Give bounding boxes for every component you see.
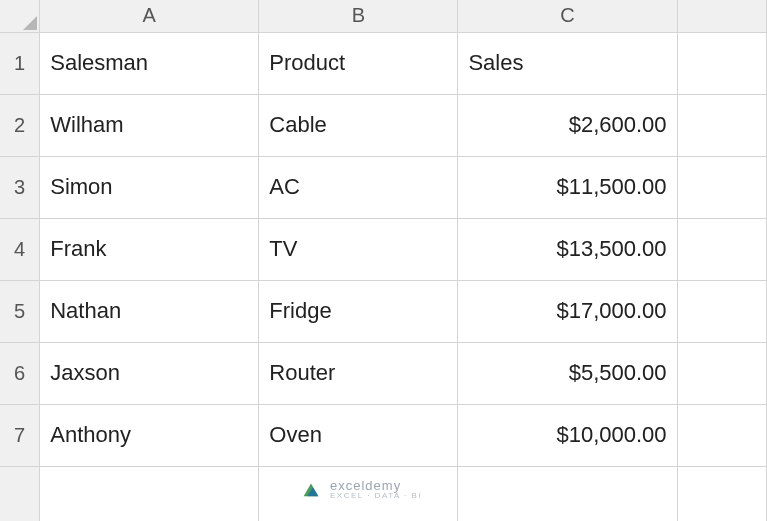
select-all-corner[interactable] [0,0,40,32]
col-header-d[interactable] [677,0,766,32]
row-header-4[interactable]: 4 [0,218,40,280]
table-row [0,466,767,521]
cell-a6[interactable]: Jaxson [40,342,259,404]
cell-a7[interactable]: Anthony [40,404,259,466]
cell-b5[interactable]: Fridge [259,280,458,342]
cell-d1[interactable] [677,32,766,94]
cell-d6[interactable] [677,342,766,404]
spreadsheet-grid[interactable]: A B C 1 Salesman Product Sales 2 Wilham … [0,0,767,521]
row-header-5[interactable]: 5 [0,280,40,342]
row-header-3[interactable]: 3 [0,156,40,218]
cell-b7[interactable]: Oven [259,404,458,466]
row-header-6[interactable]: 6 [0,342,40,404]
table-row: 4 Frank TV $13,500.00 [0,218,767,280]
cell-a1[interactable]: Salesman [40,32,259,94]
col-header-a[interactable]: A [40,0,259,32]
column-header-row: A B C [0,0,767,32]
cell-a3[interactable]: Simon [40,156,259,218]
table-row: 1 Salesman Product Sales [0,32,767,94]
cell-c6[interactable]: $5,500.00 [458,342,677,404]
cell-c2[interactable]: $2,600.00 [458,94,677,156]
cell-c8[interactable] [458,466,677,521]
cell-b2[interactable]: Cable [259,94,458,156]
cell-a2[interactable]: Wilham [40,94,259,156]
cell-d5[interactable] [677,280,766,342]
row-header-1[interactable]: 1 [0,32,40,94]
cell-b6[interactable]: Router [259,342,458,404]
cell-c4[interactable]: $13,500.00 [458,218,677,280]
cell-b4[interactable]: TV [259,218,458,280]
table-row: 3 Simon AC $11,500.00 [0,156,767,218]
row-header-2[interactable]: 2 [0,94,40,156]
cell-d3[interactable] [677,156,766,218]
cell-b3[interactable]: AC [259,156,458,218]
cell-d4[interactable] [677,218,766,280]
cell-a4[interactable]: Frank [40,218,259,280]
cell-c7[interactable]: $10,000.00 [458,404,677,466]
row-header-7[interactable]: 7 [0,404,40,466]
row-header-8[interactable] [0,466,40,521]
cell-b1[interactable]: Product [259,32,458,94]
cell-c1[interactable]: Sales [458,32,677,94]
col-header-b[interactable]: B [259,0,458,32]
cell-a5[interactable]: Nathan [40,280,259,342]
table-row: 7 Anthony Oven $10,000.00 [0,404,767,466]
cell-d2[interactable] [677,94,766,156]
cell-b8[interactable] [259,466,458,521]
cell-c5[interactable]: $17,000.00 [458,280,677,342]
cell-d7[interactable] [677,404,766,466]
col-header-c[interactable]: C [458,0,677,32]
cell-c3[interactable]: $11,500.00 [458,156,677,218]
cell-d8[interactable] [677,466,766,521]
table-row: 2 Wilham Cable $2,600.00 [0,94,767,156]
cell-a8[interactable] [40,466,259,521]
table-row: 6 Jaxson Router $5,500.00 [0,342,767,404]
table-row: 5 Nathan Fridge $17,000.00 [0,280,767,342]
